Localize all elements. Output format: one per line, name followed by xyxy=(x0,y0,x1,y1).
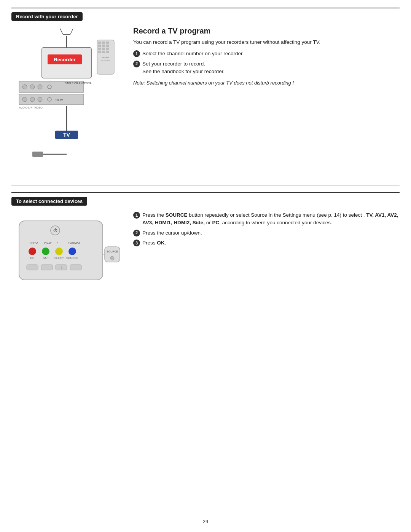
svg-point-29 xyxy=(22,97,27,102)
svg-rect-18 xyxy=(102,51,105,53)
svg-point-69 xyxy=(110,256,114,260)
record-header-label: Record with your recorder xyxy=(11,12,83,21)
svg-point-25 xyxy=(38,85,42,89)
record-step-2: 2 Set your recorder to record.See the ha… xyxy=(133,60,400,76)
select-step-2: 2 Press the cursor up/down. xyxy=(133,229,400,237)
svg-rect-11 xyxy=(98,45,101,47)
svg-rect-63 xyxy=(41,265,53,270)
svg-text:FORMAT: FORMAT xyxy=(68,241,80,244)
svg-text:CC: CC xyxy=(30,256,35,260)
svg-text:INFO: INFO xyxy=(30,241,38,244)
svg-point-24 xyxy=(30,85,35,89)
select-header-label: To select connected devices xyxy=(11,197,87,206)
remote-diagram-svg: ⏻ INFO VIEW ✓ FORMAT CC SAP SLEEP SOURCE xyxy=(11,209,122,297)
record-step-1-text: Select the channel number on your record… xyxy=(142,50,244,58)
select-text-area: 1 Press the SOURCE button repeatedly or … xyxy=(133,209,400,298)
step-number-1: 1 xyxy=(133,50,140,57)
svg-text:CABLE OR ANTENNA: CABLE OR ANTENNA xyxy=(65,82,92,85)
remote-diagram-area: ⏻ INFO VIEW ✓ FORMAT CC SAP SLEEP SOURCE xyxy=(11,209,126,298)
svg-rect-62 xyxy=(27,265,38,270)
section-divider xyxy=(11,185,400,185)
svg-text:↕: ↕ xyxy=(61,265,62,269)
svg-text:SLEEP: SLEEP xyxy=(54,256,64,260)
select-steps-list: 1 Press the SOURCE button repeatedly or … xyxy=(133,211,400,247)
record-text-area: Record a TV program You can record a TV … xyxy=(133,25,400,178)
svg-rect-9 xyxy=(102,42,105,44)
record-note: Note: Switching channel numbers on your … xyxy=(133,79,400,87)
svg-text:Recorder: Recorder xyxy=(54,57,75,62)
svg-rect-16 xyxy=(106,48,109,50)
svg-rect-14 xyxy=(98,48,101,50)
svg-point-30 xyxy=(30,97,35,102)
svg-rect-8 xyxy=(98,42,101,44)
svg-text:VIEW: VIEW xyxy=(44,241,52,244)
record-title: Record a TV program xyxy=(133,27,400,35)
svg-rect-13 xyxy=(106,45,109,47)
svg-point-31 xyxy=(38,97,42,102)
svg-text:AUDIO L-R: AUDIO L-R xyxy=(19,106,32,109)
svg-rect-46 xyxy=(32,152,43,157)
select-step-num-2: 2 xyxy=(133,230,140,236)
svg-point-57 xyxy=(68,248,76,255)
select-step-num-1: 1 xyxy=(133,212,140,219)
svg-rect-10 xyxy=(106,42,109,44)
svg-text:TELEVISION: TELEVISION xyxy=(101,59,110,61)
record-step-1: 1 Select the channel number on your reco… xyxy=(133,50,400,58)
svg-point-55 xyxy=(42,248,49,255)
svg-text:TV: TV xyxy=(63,132,70,138)
select-step-num-3: 3 xyxy=(133,240,140,246)
svg-text:SOURCE: SOURCE xyxy=(66,256,78,260)
svg-text:PHILIPS: PHILIPS xyxy=(102,56,109,59)
page: Record with your recorder Recorder xyxy=(0,0,411,532)
svg-point-54 xyxy=(29,248,36,255)
section-record: Record with your recorder Recorder xyxy=(11,8,400,178)
svg-text:✓: ✓ xyxy=(56,241,59,244)
select-step-1-text: Press the SOURCE button repeatedly or se… xyxy=(142,211,400,227)
record-step-2-text: Set your recorder to record.See the hand… xyxy=(142,60,225,76)
select-step-3-text: Press OK. xyxy=(142,239,166,247)
svg-rect-12 xyxy=(102,45,105,47)
svg-line-6 xyxy=(70,29,73,34)
recorder-diagram-svg: Recorder xyxy=(11,25,118,177)
select-step-2-text: Press the cursor up/down. xyxy=(142,229,202,237)
section-select: To select connected devices ⏻ INFO VIEW … xyxy=(11,192,400,298)
svg-text:TO TV: TO TV xyxy=(55,99,63,101)
svg-text:SAP: SAP xyxy=(43,256,48,260)
recorder-diagram-area: Recorder xyxy=(11,25,126,178)
svg-point-56 xyxy=(55,248,63,255)
svg-rect-17 xyxy=(98,51,101,53)
svg-rect-65 xyxy=(70,265,81,270)
page-number: 29 xyxy=(203,519,208,524)
select-step-3: 3 Press OK. xyxy=(133,239,400,247)
svg-text:VIDEO: VIDEO xyxy=(34,106,43,109)
svg-text:⏻: ⏻ xyxy=(53,228,57,233)
step-number-2: 2 xyxy=(133,61,140,67)
record-intro: You can record a TV program using your r… xyxy=(133,38,400,46)
record-steps-list: 1 Select the channel number on your reco… xyxy=(133,50,400,75)
select-step-1: 1 Press the SOURCE button repeatedly or … xyxy=(133,211,400,227)
svg-line-5 xyxy=(60,29,63,34)
select-section-header-wrap: To select connected devices xyxy=(11,197,400,209)
svg-rect-15 xyxy=(102,48,105,50)
record-section-header: Record with your recorder xyxy=(11,12,400,25)
svg-point-23 xyxy=(22,85,27,89)
svg-rect-19 xyxy=(106,51,109,53)
svg-text:SOURCE: SOURCE xyxy=(107,250,118,253)
